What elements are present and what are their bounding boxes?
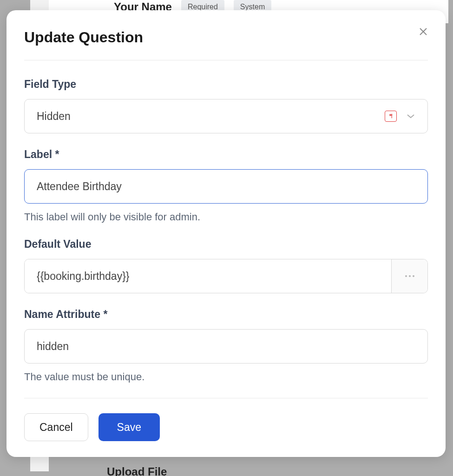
default-value-input[interactable] [25, 259, 391, 293]
background-upload-text: Upload File [107, 465, 167, 476]
extension-icon[interactable] [385, 111, 397, 122]
cancel-button[interactable]: Cancel [24, 413, 88, 441]
default-value-input-group [24, 259, 428, 293]
modal-footer: Cancel Save [24, 398, 428, 441]
name-attribute-help-text: The value must be unique. [24, 371, 428, 383]
name-attribute-group: Name Attribute * The value must be uniqu… [24, 308, 428, 383]
modal-header: Update Question [24, 29, 428, 60]
label-input[interactable] [24, 169, 428, 204]
modal-title: Update Question [24, 29, 143, 46]
default-value-label: Default Value [24, 238, 428, 251]
dots-horizontal-icon [405, 275, 414, 277]
close-icon[interactable] [419, 27, 428, 36]
label-group: Label * This label will only be visible … [24, 148, 428, 223]
field-type-value: Hidden [37, 110, 385, 123]
update-question-modal: Update Question Field Type Hidden Label … [7, 10, 446, 457]
name-attribute-label: Name Attribute * [24, 308, 428, 321]
default-value-group: Default Value [24, 238, 428, 293]
name-attribute-input[interactable] [24, 329, 428, 364]
label-help-text: This label will only be visible for admi… [24, 211, 428, 223]
chevron-down-icon [406, 113, 415, 119]
label-field-label: Label * [24, 148, 428, 161]
select-icons [385, 111, 415, 122]
field-type-group: Field Type Hidden [24, 78, 428, 133]
default-value-picker-button[interactable] [391, 259, 427, 293]
field-type-label: Field Type [24, 78, 428, 91]
field-type-select[interactable]: Hidden [24, 99, 428, 133]
save-button[interactable]: Save [98, 413, 160, 441]
